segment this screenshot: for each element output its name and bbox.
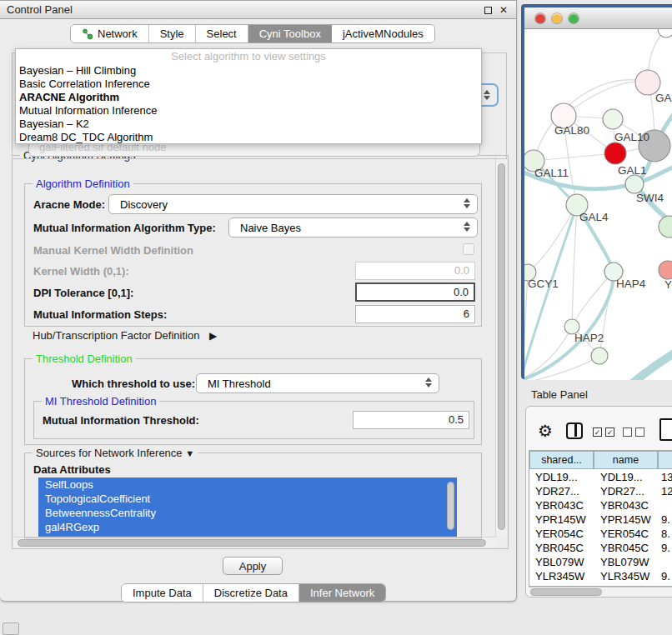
chevron-down-icon[interactable]: ▼ <box>185 448 194 458</box>
list-item[interactable]: TopologicalCoefficient <box>38 492 457 506</box>
gear-icon[interactable]: ⚙ <box>538 421 553 441</box>
list-item[interactable]: BetweennessCentrality <box>38 506 457 520</box>
table-row[interactable]: YDR27... YDR27... 12 <box>529 484 672 498</box>
dropdown-item-dream8[interactable]: Dream8 DC_TDC Algorithm <box>16 131 481 144</box>
combo-arrows-icon <box>425 378 433 388</box>
column-header-shared-name[interactable]: shared... <box>529 451 594 469</box>
aracne-mode-label: Aracne Mode: <box>33 198 105 211</box>
dpi-tolerance-label: DPI Tolerance [0,1]: <box>33 287 133 299</box>
kernel-width-field[interactable]: 0.0 <box>355 262 475 280</box>
hub-tf-label: Hub/Transcription Factor Definition <box>33 329 199 342</box>
columns-icon[interactable] <box>566 422 583 439</box>
mi-steps-label: Mutual Information Steps: <box>33 308 167 321</box>
table-row[interactable]: YER054C YER054C 8. <box>529 527 672 541</box>
float-window-icon[interactable] <box>484 7 492 14</box>
node-y-partial[interactable] <box>659 261 672 279</box>
node-label: GAL11 <box>534 167 569 179</box>
dropdown-item-bayesian-k2[interactable]: Bayesian – K2 <box>16 118 481 131</box>
tab-discretize-data[interactable]: Discretize Data <box>203 584 299 602</box>
mi-threshold-title: MI Threshold Definition <box>42 395 159 408</box>
tab-select[interactable]: Select <box>196 25 248 42</box>
list-item[interactable]: SelfLoops <box>38 478 457 492</box>
cyni-algorithm-settings-group: Cyni Algorithm Settings Algorithm Defini… <box>12 155 509 549</box>
document-icon[interactable] <box>659 418 672 441</box>
which-threshold-combo[interactable]: MI Threshold <box>196 373 439 393</box>
node-gal1-selected[interactable] <box>604 142 626 164</box>
threshold-definition-title: Threshold Definition <box>33 352 136 365</box>
table-row[interactable]: YBL079W YBL079W <box>529 555 672 569</box>
table-hscrollbar-thumb[interactable] <box>530 588 602 596</box>
node-unlabeled-bottom[interactable] <box>591 348 608 364</box>
table-panel-title: Table Panel <box>531 388 588 401</box>
node-label: GCY1 <box>528 278 559 290</box>
control-panel-titlebar[interactable]: Control Panel ✕ <box>0 1 516 19</box>
settings-hscrollbar-thumb[interactable] <box>18 539 486 547</box>
mi-type-combo[interactable]: Naive Bayes <box>228 218 478 238</box>
dropdown-item-aracne[interactable]: ARACNE Algorithm <box>16 91 481 104</box>
dropdown-prompt: Select algorithm to view settings <box>16 49 481 64</box>
network-window-titlebar[interactable] <box>524 8 672 29</box>
node-table: shared... name A YDL19... YDL19... 13 YD… <box>529 450 672 587</box>
node-label: HAP4 <box>616 278 646 290</box>
close-icon[interactable]: ✕ <box>498 4 509 16</box>
node-label: GAL10 <box>614 131 649 143</box>
table-row[interactable]: YPR145W YPR145W 9. <box>529 512 672 527</box>
table-hscrollbar[interactable] <box>529 587 672 597</box>
zoom-traffic-light-icon[interactable] <box>569 13 579 23</box>
dropdown-item-basic-correlation[interactable]: Basic Correlation Inference <box>16 78 481 91</box>
close-traffic-light-icon[interactable] <box>535 13 545 23</box>
manual-kernel-checkbox[interactable] <box>463 243 474 255</box>
checked-checkbox-icon[interactable]: ✓ <box>593 428 602 437</box>
list-item[interactable]: gal4RGexp <box>38 520 457 534</box>
mi-threshold-field[interactable]: 0.5 <box>353 411 469 429</box>
tab-network[interactable]: Network <box>71 25 149 42</box>
table-row[interactable]: YBR043C YBR043C <box>529 498 672 512</box>
network-view-window: GAL GAL80 GAL10 GAL1 GAL11 SWI4 GAL4 GCY… <box>521 4 672 379</box>
node-label: SWI4 <box>636 192 664 204</box>
list-vscrollbar-thumb[interactable] <box>447 482 454 530</box>
sources-group: Sources for Network Inference ▼ Data Att… <box>24 452 482 538</box>
threshold-definition-group: Threshold Definition Which threshold to … <box>24 358 482 445</box>
aracne-mode-combo[interactable]: Discovery <box>108 194 478 214</box>
column-header-name[interactable]: name <box>594 451 658 469</box>
dropdown-item-mutual-information[interactable]: Mutual Information Inference <box>16 104 481 118</box>
control-panel-title: Control Panel <box>7 3 73 16</box>
node-label: GAL <box>655 92 672 104</box>
column-header-partial[interactable]: A <box>658 451 672 469</box>
hub-tf-section[interactable]: Hub/Transcription Factor Definition ▶ <box>33 329 217 342</box>
manual-kernel-label: Manual Kernel Width Definition <box>33 244 193 257</box>
node-edge-green[interactable] <box>659 216 672 238</box>
apply-button[interactable]: Apply <box>223 557 283 575</box>
node-gal10[interactable] <box>603 109 623 129</box>
tab-impute-data[interactable]: Impute Data <box>122 584 203 602</box>
control-panel-tabs: Network Style Select Cyni Toolbox jActiv… <box>70 24 435 43</box>
tab-style[interactable]: Style <box>149 25 196 42</box>
chevron-right-icon[interactable]: ▶ <box>209 330 217 342</box>
settings-vscrollbar-thumb[interactable] <box>498 163 505 530</box>
tab-jactivemnodules[interactable]: jActiveMNodules <box>332 25 434 42</box>
dpi-tolerance-field[interactable]: 0.0 <box>355 282 475 302</box>
data-attributes-label: Data Attributes <box>33 463 111 476</box>
settings-vscrollbar[interactable] <box>495 157 507 538</box>
network-node-labels: GAL GAL80 GAL10 GAL1 GAL11 SWI4 GAL4 GCY… <box>528 92 672 344</box>
unchecked-checkbox-icon[interactable] <box>623 428 632 437</box>
table-row[interactable]: YLR345W YLR345W 9. <box>529 569 672 583</box>
checked-checkbox-icon[interactable]: ✓ <box>605 428 614 437</box>
combo-arrows-icon <box>464 198 471 208</box>
network-canvas[interactable]: GAL GAL80 GAL10 GAL1 GAL11 SWI4 GAL4 GCY… <box>524 29 672 380</box>
table-row[interactable]: YDL19... YDL19... 13 <box>529 470 672 484</box>
minimized-panel-handle[interactable] <box>3 622 19 635</box>
kernel-width-label: Kernel Width (0,1): <box>33 265 129 278</box>
table-row[interactable]: YBR045C YBR045C 9. <box>529 541 672 555</box>
tab-cyni-toolbox[interactable]: Cyni Toolbox <box>248 25 332 42</box>
mi-threshold-group: MI Threshold Definition Mutual Informati… <box>33 401 474 439</box>
node-label: GAL4 <box>579 211 609 223</box>
node-label: HAP2 <box>574 332 604 344</box>
mi-steps-field[interactable]: 6 <box>355 305 475 323</box>
unchecked-checkbox-icon[interactable] <box>635 428 644 437</box>
tab-infer-network[interactable]: Infer Network <box>299 584 385 602</box>
minimize-traffic-light-icon[interactable] <box>552 13 562 23</box>
data-attributes-list[interactable]: SelfLoops TopologicalCoefficient Between… <box>38 478 457 537</box>
node-swi4[interactable] <box>625 175 644 193</box>
dropdown-item-bayesian-hill-climbing[interactable]: Bayesian – Hill Climbing <box>16 64 481 78</box>
